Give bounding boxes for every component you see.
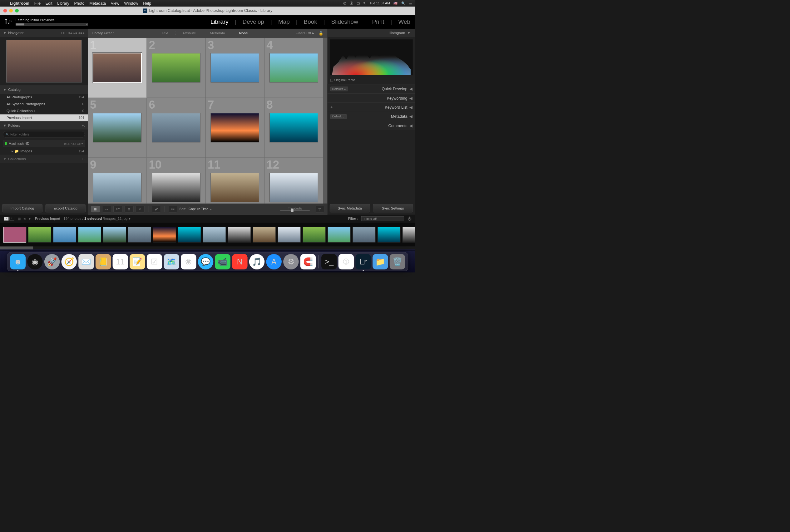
sync-settings-button[interactable]: Sync Settings	[373, 204, 413, 212]
filmstrip-thumb[interactable]	[178, 227, 201, 242]
grid-cell[interactable]: 1	[88, 38, 147, 98]
grid-cell[interactable]: 4	[264, 38, 323, 98]
catalog-row[interactable]: Quick Collection +0	[0, 108, 88, 114]
cursor-icon[interactable]: ↖	[363, 1, 366, 5]
app-menu[interactable]: Lightroom	[10, 1, 29, 6]
module-book[interactable]: Book	[304, 18, 317, 25]
dock-appstore-icon[interactable]: A	[266, 254, 282, 269]
folders-panel-header[interactable]: ▼ Folders +.	[0, 121, 88, 129]
grid-cell[interactable]: 8	[264, 98, 323, 158]
menu-metadata[interactable]: Metadata	[89, 1, 106, 6]
nav-back-icon[interactable]: ◄	[23, 217, 26, 221]
menu-photo[interactable]: Photo	[74, 1, 84, 6]
dock-magnet-icon[interactable]: 🧲	[300, 254, 316, 269]
dock-maps-icon[interactable]: 🗺️	[164, 254, 179, 269]
dock-1password-icon[interactable]: ①	[338, 254, 354, 269]
grid-cell[interactable]: 9	[88, 158, 147, 204]
import-catalog-button[interactable]: Import Catalog	[2, 204, 42, 212]
catalog-row[interactable]: All Synced Photographs0	[0, 100, 88, 108]
right-panel-section[interactable]: Comments◀	[327, 121, 415, 130]
dock-siri-icon[interactable]: ◉	[27, 254, 42, 269]
module-slideshow[interactable]: Slideshow	[331, 18, 358, 25]
module-map[interactable]: Map	[278, 18, 290, 25]
grid-cell[interactable]: 11	[205, 158, 264, 204]
sync-metadata-button[interactable]: Sync Metadata	[330, 204, 370, 212]
navigator-preview[interactable]	[6, 40, 82, 83]
dock-calendar-icon[interactable]: 11	[113, 254, 128, 269]
dock-music-icon[interactable]: 🎵	[249, 254, 264, 269]
compare-view-button[interactable]: X|Y	[113, 206, 122, 212]
filmstrip[interactable]	[0, 223, 415, 247]
menu-help[interactable]: Help	[143, 1, 151, 6]
navigator-panel-header[interactable]: ▼ Navigator FIT FILL 1:1 3:1 ▸	[0, 29, 88, 37]
filmstrip-thumb[interactable]	[78, 227, 101, 242]
dock-mail-icon[interactable]: ✉️	[78, 254, 94, 269]
dock-news-icon[interactable]: N	[232, 254, 247, 269]
dock-facetime-icon[interactable]: 📹	[215, 254, 230, 269]
spotlight-icon[interactable]: 🔍	[401, 1, 405, 5]
grid-cell[interactable]: 3	[205, 38, 264, 98]
grid-cell[interactable]: 2	[147, 38, 205, 98]
dock-safari-icon[interactable]: 🧭	[61, 254, 77, 269]
histogram-panel-header[interactable]: Histogram ▼	[327, 29, 415, 37]
folder-filter-input[interactable]: Filter Folders	[3, 131, 84, 138]
painter-tool-button[interactable]: 🖌	[152, 206, 161, 212]
menu-window[interactable]: Window	[124, 1, 138, 6]
control-center-icon[interactable]: ☰	[409, 1, 412, 5]
dock-finder-icon[interactable]: ☻	[10, 254, 25, 269]
export-catalog-button[interactable]: Export Catalog	[45, 204, 86, 212]
window-close-button[interactable]	[3, 9, 7, 13]
module-library[interactable]: Library	[210, 18, 229, 25]
filmstrip-thumb[interactable]	[402, 227, 415, 242]
dock-messages-icon[interactable]: 💬	[198, 254, 213, 269]
dock-launchpad-icon[interactable]: 🚀	[44, 254, 60, 269]
catalog-row[interactable]: Previous Import194	[0, 114, 88, 121]
filter-text[interactable]: Text	[161, 31, 169, 36]
filmstrip-source[interactable]: Previous Import	[35, 217, 60, 221]
module-web[interactable]: Web	[398, 18, 410, 25]
dock-notes-icon[interactable]: 📝	[130, 254, 145, 269]
menu-library[interactable]: Library	[57, 1, 69, 6]
dock-photos-icon[interactable]: ❀	[181, 254, 196, 269]
filmstrip-thumb[interactable]	[327, 227, 351, 242]
cancel-progress-button[interactable]: ✕	[86, 23, 88, 26]
filmstrip-thumb[interactable]	[303, 227, 326, 242]
add-folder-button[interactable]: +.	[82, 123, 85, 128]
dock-contacts-icon[interactable]: 📒	[96, 254, 111, 269]
filter-lock-icon[interactable]: 🔒	[319, 31, 323, 36]
grid-cell[interactable]: 10	[147, 158, 205, 204]
filmstrip-thumb[interactable]	[28, 227, 51, 242]
window-minimize-button[interactable]	[9, 9, 13, 13]
dock-downloads-icon[interactable]: 📁	[373, 254, 388, 269]
window-zoom-button[interactable]	[15, 9, 19, 13]
grid-cell[interactable]: 6	[147, 98, 205, 158]
filmstrip-thumb[interactable]	[228, 227, 251, 242]
grid-scrollbar[interactable]	[323, 38, 327, 203]
grid-cell[interactable]: 7	[205, 98, 264, 158]
dock-terminal-icon[interactable]: >_	[321, 254, 337, 269]
volume-row[interactable]: Macintosh HD 15.3 / 42.7 GB ▾	[3, 140, 84, 147]
module-develop[interactable]: Develop	[243, 18, 264, 25]
folder-row[interactable]: ▸ 📁 Images 194	[0, 148, 88, 155]
filter-switch-icon[interactable]: ⏻	[408, 216, 412, 221]
survey-view-button[interactable]: ⊞	[125, 206, 133, 212]
filmstrip-thumb[interactable]	[128, 227, 151, 242]
filter-none[interactable]: None	[239, 31, 248, 36]
original-photo-checkbox[interactable]: Original Photo	[327, 78, 415, 84]
histogram-display[interactable]	[330, 39, 413, 76]
filter-attribute[interactable]: Attribute	[182, 31, 196, 36]
thumbnail-size-slider[interactable]	[280, 210, 310, 211]
filmstrip-thumb[interactable]	[353, 227, 376, 242]
grid-cell[interactable]: 5	[88, 98, 147, 158]
input-flag-icon[interactable]: 🇺🇸	[393, 1, 397, 5]
grid-cell[interactable]: 12	[264, 158, 323, 204]
filmstrip-thumb[interactable]	[153, 227, 176, 242]
filmstrip-thumb[interactable]	[3, 227, 26, 242]
airplay-icon[interactable]: ▢	[357, 1, 360, 5]
menu-file[interactable]: File	[34, 1, 41, 6]
right-panel-section[interactable]: Defaults ⌄Quick Develop◀	[327, 84, 415, 93]
filter-metadata[interactable]: Metadata	[209, 31, 225, 36]
secondary-display-picker[interactable]: 12	[4, 217, 14, 221]
filmstrip-filter-dropdown[interactable]: Filters Off	[361, 216, 404, 221]
dock-lightroom-icon[interactable]: Lr	[355, 254, 371, 269]
